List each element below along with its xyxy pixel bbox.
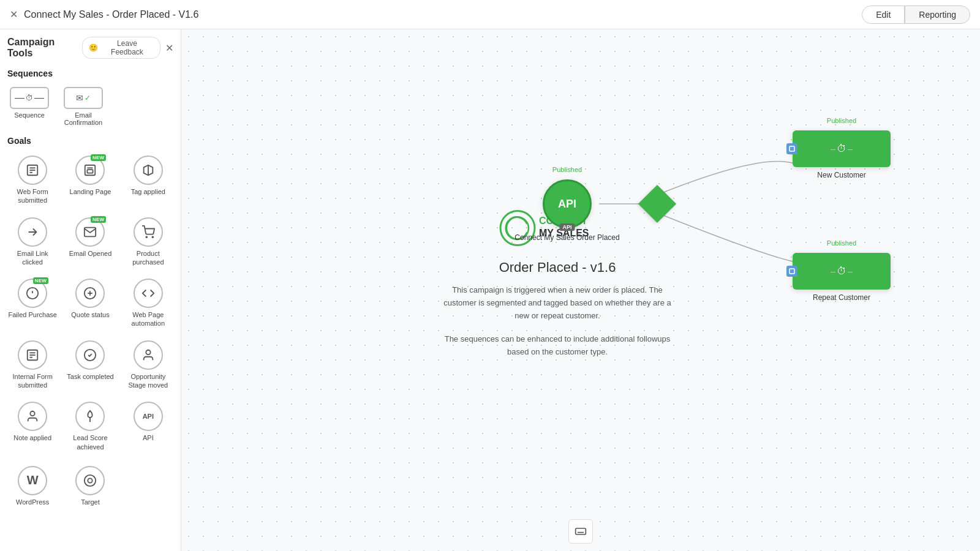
sidebar-item-landing-page[interactable]: NEW Landing Page [62, 151, 118, 210]
bottom-toolbar [568, 519, 593, 544]
svg-rect-33 [576, 528, 586, 534]
email-opened-label: Email Opened [69, 249, 112, 258]
web-form-label: Web Form submitted [7, 187, 58, 205]
sequence-label: Sequence [14, 111, 45, 119]
landing-page-label: Landing Page [70, 187, 111, 196]
sequences-row: —⏱— Sequence ✉✓ Email Confirmation [0, 81, 181, 132]
email-confirmation-icon: ✉✓ [64, 87, 103, 109]
api-label: API [143, 433, 154, 442]
sidebar-title: Campaign Tools [7, 37, 82, 59]
sidebar-item-api[interactable]: API API [121, 397, 176, 456]
svg-point-21 [146, 350, 150, 354]
api-circle-node[interactable]: API API [543, 179, 592, 228]
new-customer-label: New Customer [817, 171, 865, 179]
web-page-automation-label: Web Page automation [123, 310, 173, 328]
internal-form-icon [18, 340, 47, 370]
sidebar-item-quote-status[interactable]: Quote status [62, 274, 118, 333]
opportunity-stage-icon [134, 340, 163, 370]
wordpress-icon: W [18, 466, 47, 495]
tab-edit[interactable]: Edit [862, 6, 905, 24]
email-link-icon [18, 217, 47, 247]
sidebar-item-lead-score[interactable]: Lead Score achieved [62, 397, 118, 456]
sidebar-item-failed-purchase[interactable]: NEW Failed Purchase [5, 274, 60, 333]
new-customer-node[interactable]: Published — ⏱ — New Customer [793, 130, 891, 167]
campaign-info-card: CONNECT MY SALES Order Placed - v1.6 Thi… [441, 207, 674, 359]
sequence-icon: —⏱— [10, 87, 49, 109]
email-link-label: Email Link clicked [7, 249, 58, 267]
goals-section-label: Goals [0, 132, 181, 148]
lead-score-label: Lead Score achieved [65, 433, 115, 451]
sidebar-item-web-page-automation[interactable]: Web Page automation [121, 274, 176, 333]
page-title: Connect My Sales - Order Placed - V1.6 [24, 9, 198, 20]
lead-score-icon [75, 402, 105, 431]
sidebar-item-sequence[interactable]: —⏱— Sequence [5, 83, 54, 130]
repeat-customer-badge [786, 266, 797, 277]
svg-rect-32 [790, 269, 794, 274]
note-applied-icon [18, 402, 47, 431]
sidebar-item-tag-applied[interactable]: Tag applied [121, 151, 176, 210]
api-text: API [558, 198, 576, 211]
extra-tools-grid: W WordPress Target [0, 459, 181, 514]
sidebar-item-email-opened[interactable]: NEW Email Opened [62, 212, 118, 272]
quote-status-icon [75, 279, 105, 308]
target-label: Target [81, 498, 100, 506]
diamond-shape[interactable] [638, 185, 676, 223]
new-customer-badge [786, 143, 797, 154]
api-icon: API [134, 402, 163, 431]
internal-form-label: Internal Form submitted [7, 372, 58, 390]
tab-reporting[interactable]: Reporting [905, 6, 970, 24]
keyboard-icon-button[interactable] [568, 519, 593, 544]
svg-point-24 [85, 475, 96, 486]
opportunity-stage-label: Opportunity Stage moved [123, 372, 173, 390]
topbar: ✕ Connect My Sales - Order Placed - V1.6… [0, 0, 980, 29]
svg-rect-6 [88, 170, 93, 173]
sidebar-item-internal-form[interactable]: Internal Form submitted [5, 335, 60, 395]
repeat-customer-sequence[interactable]: — ⏱ — [793, 253, 891, 290]
trigger-published-label: Published [552, 166, 582, 173]
smile-icon: 🙂 [89, 43, 98, 52]
sidebar-item-note-applied[interactable]: Note applied [5, 397, 60, 456]
email-confirmation-label: Email Confirmation [61, 111, 105, 126]
sequences-section-label: Sequences [0, 65, 181, 81]
failed-purchase-icon: NEW [18, 279, 47, 308]
sidebar-item-target[interactable]: Target [62, 461, 118, 511]
campaign-description-1: This campaign is triggered when a new or… [441, 284, 674, 322]
new-customer-sequence[interactable]: — ⏱ — [793, 130, 891, 167]
sidebar: Campaign Tools 🙂 Leave Feedback ✕ Sequen… [0, 29, 181, 551]
close-window-icon[interactable]: ✕ [10, 9, 18, 20]
sidebar-item-email-link[interactable]: Email Link clicked [5, 212, 60, 272]
failed-purchase-label: Failed Purchase [8, 310, 57, 319]
goals-grid: Web Form submitted NEW Landing Page Tag … [0, 148, 181, 459]
new-customer-seq-icon: — ⏱ — [831, 143, 853, 154]
campaign-description-2: The sequences can be enhanced to include… [441, 333, 674, 359]
svg-rect-31 [790, 146, 794, 151]
feedback-button[interactable]: 🙂 Leave Feedback [82, 37, 160, 59]
svg-point-22 [30, 411, 34, 416]
task-completed-label: Task completed [67, 372, 113, 381]
sidebar-item-email-confirmation[interactable]: ✉✓ Email Confirmation [59, 83, 108, 130]
tab-group: Edit Reporting [862, 6, 970, 24]
decision-node[interactable] [644, 190, 671, 217]
task-completed-icon [75, 340, 105, 370]
new-customer-published-label: Published [827, 117, 856, 124]
main-layout: Campaign Tools 🙂 Leave Feedback ✕ Sequen… [0, 29, 980, 551]
svg-point-25 [88, 478, 92, 482]
sidebar-close-icon[interactable]: ✕ [165, 42, 173, 54]
landing-page-icon: NEW [75, 156, 105, 185]
sidebar-item-opportunity-stage[interactable]: Opportunity Stage moved [121, 335, 176, 395]
web-page-automation-icon [134, 279, 163, 308]
trigger-node[interactable]: Published API API Connect My Sales Order… [543, 179, 592, 228]
sidebar-item-web-form[interactable]: Web Form submitted [5, 151, 60, 210]
repeat-customer-published-label: Published [827, 239, 856, 247]
note-applied-label: Note applied [13, 433, 51, 442]
feedback-label: Leave Feedback [100, 39, 154, 56]
sidebar-item-product-purchased[interactable]: Product purchased [121, 212, 176, 272]
repeat-customer-node[interactable]: Published — ⏱ — Repeat Customer [793, 253, 891, 290]
sidebar-item-wordpress[interactable]: W WordPress [5, 461, 60, 511]
canvas: CONNECT MY SALES Order Placed - v1.6 Thi… [181, 29, 980, 551]
sidebar-item-task-completed[interactable]: Task completed [62, 335, 118, 395]
repeat-customer-seq-icon: — ⏱ — [831, 266, 853, 277]
sidebar-header: Campaign Tools 🙂 Leave Feedback ✕ [0, 37, 181, 65]
product-purchased-label: Product purchased [123, 249, 173, 267]
web-form-icon [18, 156, 47, 185]
